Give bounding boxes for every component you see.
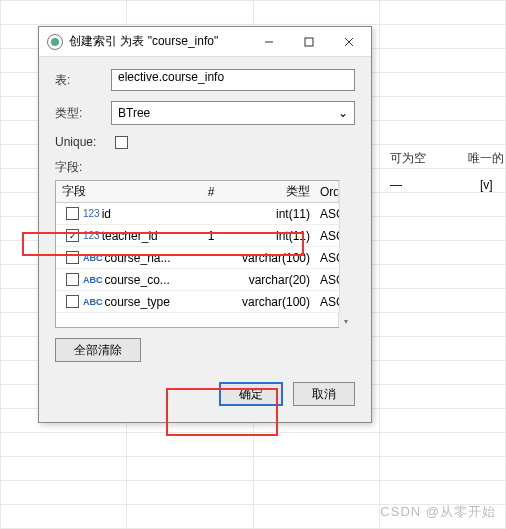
number-type-icon: 123 (83, 230, 100, 241)
bg-col-unique: 唯一的 (468, 150, 504, 167)
field-type: varchar(20) (236, 273, 316, 287)
clear-all-button[interactable]: 全部清除 (55, 338, 141, 362)
table-row[interactable]: ABCcourse_co...varchar(20)ASC (56, 269, 354, 291)
col-field[interactable]: 字段 (56, 183, 186, 200)
table-row[interactable]: ABCcourse_typevarchar(100)ASC (56, 291, 354, 313)
number-type-icon: 123 (83, 208, 100, 219)
table-row[interactable]: ✓123teacher_id1int(11)ASC (56, 225, 354, 247)
type-value: BTree (118, 106, 150, 120)
unique-checkbox[interactable] (115, 136, 128, 149)
scroll-down-icon[interactable]: ▾ (340, 317, 352, 326)
row-checkbox[interactable]: ✓ (66, 229, 79, 242)
ok-button[interactable]: 确定 (219, 382, 283, 406)
titlebar: 创建索引 为表 "course_info" (39, 27, 371, 57)
bg-v: [v] (480, 178, 493, 192)
fields-label: 字段: (55, 159, 111, 176)
col-type[interactable]: 类型 (236, 183, 316, 200)
row-checkbox[interactable] (66, 207, 79, 220)
table-label: 表: (55, 72, 111, 89)
create-index-dialog: 创建索引 为表 "course_info" 表: elective.course… (38, 26, 372, 423)
unique-label: Unique: (55, 135, 111, 149)
field-num: 1 (186, 229, 236, 243)
field-name: course_type (105, 295, 170, 309)
row-checkbox[interactable] (66, 295, 79, 308)
field-type: varchar(100) (236, 251, 316, 265)
table-input[interactable]: elective.course_info (111, 69, 355, 91)
field-name: teacher_id (102, 229, 158, 243)
col-num[interactable]: # (186, 185, 236, 199)
close-button[interactable] (329, 28, 369, 56)
table-row[interactable]: 123idint(11)ASC (56, 203, 354, 225)
dialog-title: 创建索引 为表 "course_info" (69, 33, 249, 50)
app-icon (47, 34, 63, 50)
row-checkbox[interactable] (66, 251, 79, 264)
chevron-down-icon: ⌄ (338, 106, 348, 120)
minimize-button[interactable] (249, 28, 289, 56)
type-label: 类型: (55, 105, 111, 122)
type-select[interactable]: BTree ⌄ (111, 101, 355, 125)
table-row[interactable]: ABCcourse_na...varchar(100)ASC (56, 247, 354, 269)
svg-rect-1 (305, 38, 313, 46)
field-type: int(11) (236, 229, 316, 243)
row-checkbox[interactable] (66, 273, 79, 286)
field-type: varchar(100) (236, 295, 316, 309)
fields-table: 字段 # 类型 Order ▴ 123idint(11)ASC✓123teach… (55, 180, 355, 328)
field-name: course_co... (105, 273, 170, 287)
maximize-button[interactable] (289, 28, 329, 56)
watermark: CSDN @从零开始 (380, 503, 496, 521)
text-type-icon: ABC (83, 297, 103, 307)
bg-dash: — (390, 178, 402, 192)
text-type-icon: ABC (83, 253, 103, 263)
text-type-icon: ABC (83, 275, 103, 285)
field-name: course_na... (105, 251, 171, 265)
cancel-button[interactable]: 取消 (293, 382, 355, 406)
field-name: id (102, 207, 111, 221)
field-type: int(11) (236, 207, 316, 221)
bg-col-nullable: 可为空 (390, 150, 426, 167)
